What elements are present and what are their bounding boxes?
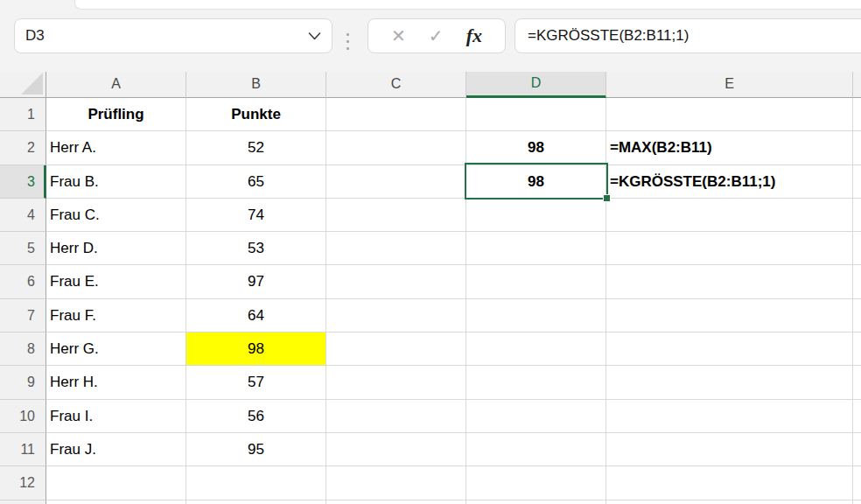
cell-A5[interactable]: Herr D. [46, 232, 186, 265]
cell-C[interactable] [326, 500, 466, 504]
cell-C4[interactable] [326, 199, 466, 232]
cell-D6[interactable] [466, 265, 606, 298]
cell-E1[interactable] [606, 98, 853, 131]
cell-E2[interactable]: =MAX(B2:B11) [606, 131, 853, 164]
cell-B2[interactable]: 52 [186, 131, 326, 164]
cell-E5[interactable] [606, 232, 853, 265]
cell-A[interactable] [46, 500, 186, 504]
cell-A6[interactable]: Frau E. [46, 265, 186, 298]
cell-B7[interactable]: 64 [186, 299, 326, 332]
cell-D4[interactable] [466, 199, 606, 232]
cell-D12[interactable] [466, 466, 606, 500]
cell-A8[interactable]: Herr G. [46, 332, 186, 366]
insert-function-icon[interactable]: fx [466, 26, 482, 46]
cell-C7[interactable] [326, 299, 466, 332]
cell-D5[interactable] [466, 232, 606, 265]
cell-B12[interactable] [186, 466, 326, 500]
row-header-8[interactable]: 8 [0, 332, 46, 366]
row-header-5[interactable]: 5 [0, 232, 46, 265]
cell-E9[interactable] [606, 366, 853, 399]
cell-E4[interactable] [606, 199, 853, 232]
formula-input[interactable]: =KGRÖSSTE(B2:B11;1) [514, 18, 861, 53]
grip-dots-icon[interactable] [346, 24, 349, 59]
cell-C5[interactable] [326, 232, 466, 265]
cell-C1[interactable] [326, 98, 466, 131]
cell-C11[interactable] [326, 433, 466, 466]
cell-F5[interactable] [853, 232, 861, 265]
cell-D7[interactable] [466, 299, 606, 332]
column-header-D[interactable]: D [466, 72, 606, 98]
cell-F1[interactable] [853, 98, 861, 131]
cell-E3[interactable]: =KGRÖSSTE(B2:B11;1) [606, 165, 853, 199]
select-all-corner[interactable] [0, 72, 46, 98]
row-header-10[interactable]: 10 [0, 400, 46, 433]
cell-B[interactable] [186, 500, 326, 504]
cell-E12[interactable] [606, 466, 853, 500]
cell-C12[interactable] [326, 466, 466, 500]
cell-D8[interactable] [466, 332, 606, 366]
cell-E11[interactable] [606, 433, 853, 466]
confirm-icon[interactable]: ✓ [429, 27, 444, 45]
column-header-B[interactable]: B [186, 72, 326, 98]
column-header-A[interactable]: A [46, 72, 186, 98]
name-box[interactable]: D3 [14, 18, 332, 53]
cell-F[interactable] [853, 500, 861, 504]
cell-F12[interactable] [853, 466, 861, 500]
cell-D3[interactable]: 98 [466, 165, 606, 199]
cell-B1[interactable]: Punkte [186, 98, 326, 131]
cell-A11[interactable]: Frau J. [46, 433, 186, 466]
cell-B10[interactable]: 56 [186, 400, 326, 433]
cell-E6[interactable] [606, 265, 853, 298]
cell-D1[interactable] [466, 98, 606, 131]
column-header-E[interactable]: E [606, 72, 853, 98]
cell-E10[interactable] [606, 400, 853, 433]
cell-B8[interactable]: 98 [186, 332, 326, 366]
row-header-7[interactable]: 7 [0, 299, 46, 332]
cell-F7[interactable] [853, 299, 861, 332]
cell-C8[interactable] [326, 332, 466, 366]
cell-E7[interactable] [606, 299, 853, 332]
cell-C3[interactable] [326, 165, 466, 199]
row-header-11[interactable]: 11 [0, 433, 46, 466]
cell-A10[interactable]: Frau I. [46, 400, 186, 433]
cell-D2[interactable]: 98 [466, 131, 606, 164]
row-header-2[interactable]: 2 [0, 131, 46, 164]
cell-F9[interactable] [853, 366, 861, 399]
row-header-12[interactable]: 12 [0, 466, 46, 500]
cell-A2[interactable]: Herr A. [46, 131, 186, 164]
cell-F6[interactable] [853, 265, 861, 298]
chevron-down-icon[interactable] [308, 32, 321, 40]
cell-C2[interactable] [326, 131, 466, 164]
cell-A3[interactable]: Frau B. [46, 165, 186, 199]
cancel-icon[interactable]: ✕ [391, 27, 406, 45]
row-header-6[interactable]: 6 [0, 265, 46, 298]
cell-F3[interactable] [853, 165, 861, 199]
cell-F4[interactable] [853, 199, 861, 232]
fill-handle[interactable] [603, 194, 611, 202]
cell-D11[interactable] [466, 433, 606, 466]
cell-E8[interactable] [606, 332, 853, 366]
cell-B6[interactable]: 97 [186, 265, 326, 298]
cell-B3[interactable]: 65 [186, 165, 326, 199]
row-header-3[interactable]: 3 [0, 165, 46, 199]
cell-A7[interactable]: Frau F. [46, 299, 186, 332]
cell-A9[interactable]: Herr H. [46, 366, 186, 399]
cell-C10[interactable] [326, 400, 466, 433]
cell-B4[interactable]: 74 [186, 199, 326, 232]
column-header-C[interactable]: C [326, 72, 466, 98]
row-header-4[interactable]: 4 [0, 199, 46, 232]
cell-A4[interactable]: Frau C. [46, 199, 186, 232]
cell-F11[interactable] [853, 433, 861, 466]
cell-A12[interactable] [46, 466, 186, 500]
cell-D9[interactable] [466, 366, 606, 399]
cell-B11[interactable]: 95 [186, 433, 326, 466]
cell-C9[interactable] [326, 366, 466, 399]
cell-C6[interactable] [326, 265, 466, 298]
cell-B9[interactable]: 57 [186, 366, 326, 399]
cell-D10[interactable] [466, 400, 606, 433]
cell-F10[interactable] [853, 400, 861, 433]
cell-A1[interactable]: Prüfling [46, 98, 186, 131]
row-header-1[interactable]: 1 [0, 98, 46, 131]
cell-B5[interactable]: 53 [186, 232, 326, 265]
cell-F8[interactable] [853, 332, 861, 366]
